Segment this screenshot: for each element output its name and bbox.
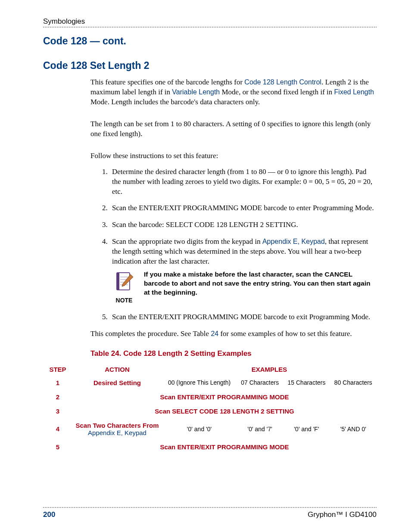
cell: '0' and '7' bbox=[237, 418, 283, 440]
cell-full-action: Scan SELECT CODE 128 LENGTH 2 SETTING bbox=[72, 404, 377, 418]
col-examples: EXAMPLES bbox=[162, 363, 377, 376]
text: Mode. Length includes the barcode's data… bbox=[90, 98, 260, 106]
text: Mode, or the second fixed length if in bbox=[220, 88, 334, 96]
svg-rect-1 bbox=[117, 273, 119, 290]
heading-section: Code 128 Set Length 2 bbox=[43, 60, 377, 72]
text: for some examples of how to set this fea… bbox=[218, 330, 352, 338]
cell-step: 1 bbox=[43, 376, 72, 390]
footer-rule bbox=[43, 507, 377, 508]
step-1: Determine the desired character length (… bbox=[109, 167, 377, 197]
cell: 00 (Ignore This Length) bbox=[162, 376, 237, 390]
cell-step: 4 bbox=[43, 418, 72, 440]
table-caption: Table 24. Code 128 Length 2 Setting Exam… bbox=[90, 349, 377, 358]
table-row: 2 Scan ENTER/EXIT PROGRAMMING MODE bbox=[43, 390, 377, 404]
note-block: NOTE If you make a mistake before the la… bbox=[112, 270, 377, 305]
text: This completes the procedure. See Table bbox=[90, 330, 211, 338]
table-row: 1 Desired Setting 00 (Ignore This Length… bbox=[43, 376, 377, 390]
cell-full-action: Scan ENTER/EXIT PROGRAMMING MODE bbox=[72, 440, 377, 454]
note-label: NOTE bbox=[112, 296, 136, 305]
link-fixed-length[interactable]: Fixed Length bbox=[334, 88, 374, 96]
cell-step: 2 bbox=[43, 390, 72, 404]
link-length-control[interactable]: Code 128 Length Control bbox=[244, 78, 321, 86]
cell: 80 Characters bbox=[330, 376, 377, 390]
intro-paragraph: This feature specifies one of the barcod… bbox=[90, 78, 377, 107]
cell: '5' AND 0' bbox=[330, 418, 377, 440]
note-text: If you make a mistake before the last ch… bbox=[144, 270, 377, 297]
running-header: Symbologies bbox=[43, 17, 377, 26]
page-number: 200 bbox=[43, 510, 55, 519]
header-rule bbox=[43, 27, 377, 28]
cell: 15 Characters bbox=[283, 376, 330, 390]
notepad-icon bbox=[114, 270, 134, 292]
cell: '0' and 'F' bbox=[283, 418, 330, 440]
table-row: 3 Scan SELECT CODE 128 LENGTH 2 SETTING bbox=[43, 404, 377, 418]
table-row: 5 Scan ENTER/EXIT PROGRAMMING MODE bbox=[43, 440, 377, 454]
cell-full-action: Scan ENTER/EXIT PROGRAMMING MODE bbox=[72, 390, 377, 404]
instruction-list: Determine the desired character length (… bbox=[90, 167, 377, 322]
table-header-row: STEP ACTION EXAMPLES bbox=[43, 363, 377, 376]
product-name: Gryphon™ I GD4100 bbox=[308, 510, 377, 519]
text: Scan Two Characters From bbox=[75, 422, 159, 429]
link-table-24[interactable]: 24 bbox=[211, 330, 218, 337]
body: This feature specifies one of the barcod… bbox=[90, 78, 377, 339]
closing-paragraph: This completes the procedure. See Table … bbox=[90, 329, 377, 339]
text: Scan the appropriate two digits from the… bbox=[112, 237, 262, 246]
cell-step: 3 bbox=[43, 404, 72, 418]
range-paragraph: The length can be set from 1 to 80 chara… bbox=[90, 119, 377, 139]
col-action: ACTION bbox=[72, 363, 162, 376]
cell-action: Scan Two Characters From Appendix E, Key… bbox=[72, 418, 162, 440]
follow-paragraph: Follow these instructions to set this fe… bbox=[90, 151, 377, 161]
col-step: STEP bbox=[43, 363, 72, 376]
footer: 200 Gryphon™ I GD4100 bbox=[43, 507, 377, 519]
cell-step: 5 bbox=[43, 440, 72, 454]
link-variable-length[interactable]: Variable Length bbox=[172, 88, 220, 96]
cell: 07 Characters bbox=[237, 376, 283, 390]
step-2: Scan the ENTER/EXIT PROGRAMMING MODE bar… bbox=[109, 203, 377, 213]
link-appendix-e[interactable]: Appendix E, Keypad bbox=[88, 429, 146, 436]
page: Symbologies Code 128 — cont. Code 128 Se… bbox=[0, 0, 411, 532]
examples-table: STEP ACTION EXAMPLES 1 Desired Setting 0… bbox=[43, 363, 377, 454]
cell-action: Desired Setting bbox=[72, 376, 162, 390]
step-4: Scan the appropriate two digits from the… bbox=[109, 237, 377, 305]
note-icon-column: NOTE bbox=[112, 270, 136, 305]
step-3: Scan the barcode: SELECT CODE 128 LENGTH… bbox=[109, 220, 377, 230]
heading-continued: Code 128 — cont. bbox=[43, 35, 377, 47]
step-5: Scan the ENTER/EXIT PROGRAMMING MODE bar… bbox=[109, 312, 377, 322]
link-appendix-e[interactable]: Appendix E, Keypad bbox=[262, 238, 325, 245]
cell: '0' and '0' bbox=[162, 418, 237, 440]
table-row: 4 Scan Two Characters From Appendix E, K… bbox=[43, 418, 377, 440]
text: This feature specifies one of the barcod… bbox=[90, 78, 244, 86]
